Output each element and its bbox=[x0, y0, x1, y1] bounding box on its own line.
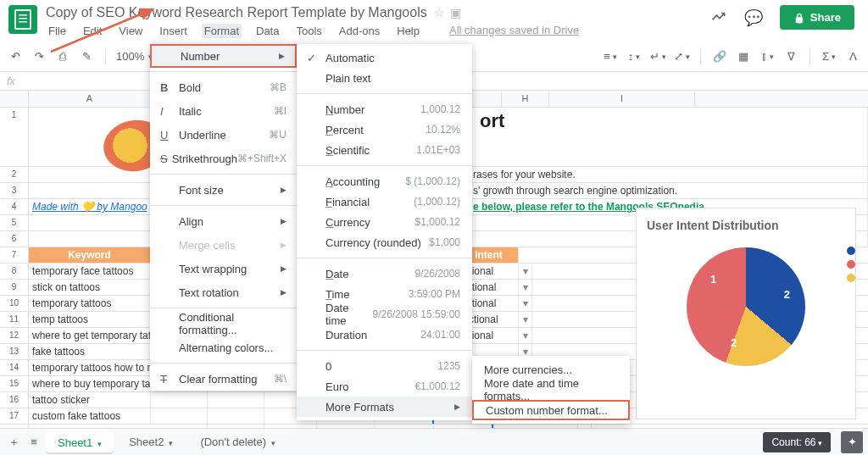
cell-keyword[interactable]: fake tattoos bbox=[29, 344, 151, 359]
nm-percent[interactable]: Percent10.12% bbox=[297, 119, 472, 140]
cell-keyword[interactable]: custom fake tattoos bbox=[29, 408, 151, 424]
nm-zero[interactable]: 01235 bbox=[297, 356, 472, 376]
menu-addons[interactable]: Add-ons bbox=[337, 24, 382, 38]
menu-format[interactable]: Format bbox=[202, 24, 242, 38]
more-formats-submenu: More currencies... More date and time fo… bbox=[472, 356, 630, 424]
comment-icon[interactable]: ▦ bbox=[735, 49, 752, 64]
menu-edit[interactable]: Edit bbox=[81, 24, 104, 38]
print-icon[interactable]: ⎙ bbox=[54, 49, 71, 64]
cell-keyword[interactable]: where to get temporary tatt bbox=[29, 328, 151, 343]
cell-keyword[interactable]: temporary face tattoos bbox=[29, 264, 151, 279]
format-align[interactable]: Align▶ bbox=[150, 209, 297, 233]
number-submenu: Automatic Plain text Number1,000.12 Perc… bbox=[297, 44, 472, 420]
nm-time[interactable]: Time3:59:00 PM bbox=[297, 284, 472, 304]
trend-icon[interactable] bbox=[710, 8, 727, 27]
functions-icon[interactable]: Σ bbox=[821, 49, 837, 64]
cell-keyword[interactable]: temp tattoos bbox=[29, 312, 151, 327]
format-underline[interactable]: UUnderline⌘U bbox=[150, 123, 297, 147]
nm-plaintext[interactable]: Plain text bbox=[297, 68, 472, 88]
comments-icon[interactable] bbox=[744, 8, 763, 27]
nm-date[interactable]: Date9/26/2008 bbox=[297, 264, 472, 284]
dropdown-arrow-icon[interactable]: ▾ bbox=[519, 280, 532, 295]
star-icon[interactable]: ☆ bbox=[434, 6, 445, 19]
document-title[interactable]: Copy of SEO Keyword Research Report Temp… bbox=[46, 5, 427, 20]
menu-file[interactable]: File bbox=[46, 24, 69, 38]
collapse-icon[interactable]: ᐱ bbox=[844, 49, 861, 64]
link-icon[interactable]: 🔗 bbox=[711, 49, 728, 64]
dropdown-arrow-icon[interactable]: ▾ bbox=[519, 296, 532, 311]
menu-tools[interactable]: Tools bbox=[293, 24, 324, 38]
nm-more-formats[interactable]: More Formats▶ bbox=[297, 397, 472, 417]
cell-keyword[interactable]: where to buy temporary tatt bbox=[29, 376, 151, 391]
tab-dont-delete[interactable]: (Don't delete) bbox=[188, 430, 287, 453]
col-I[interactable]: I bbox=[549, 91, 695, 107]
col-A[interactable]: A bbox=[29, 91, 151, 107]
align-h-icon[interactable]: ≡ bbox=[602, 49, 619, 64]
add-sheet-icon[interactable]: ＋ bbox=[5, 435, 22, 450]
format-clear[interactable]: T̶Clear formatting⌘\ bbox=[150, 367, 297, 391]
paint-format-icon[interactable]: ✎ bbox=[78, 49, 95, 64]
menu-help[interactable]: Help bbox=[394, 24, 422, 38]
format-italic[interactable]: IItalic⌘I bbox=[150, 99, 297, 123]
format-strikethrough[interactable]: SStrikethrough⌘+Shift+X bbox=[150, 147, 297, 170]
count-summary[interactable]: Count: 66 bbox=[763, 432, 831, 452]
cell-keyword[interactable]: stick on tattoos bbox=[29, 280, 151, 295]
filter-icon[interactable]: ∇ bbox=[782, 49, 799, 64]
zoom-dropdown[interactable]: 100% bbox=[116, 50, 153, 63]
mf-custom-number[interactable]: Custom number format... bbox=[472, 400, 630, 420]
save-status[interactable]: All changes saved in Drive bbox=[449, 24, 579, 38]
nm-automatic[interactable]: Automatic bbox=[297, 47, 472, 68]
header-keyword: Keyword bbox=[29, 247, 151, 263]
menu-insert[interactable]: Insert bbox=[157, 24, 190, 38]
nm-financial[interactable]: Financial(1,000.12) bbox=[297, 191, 472, 212]
col-H[interactable]: H bbox=[502, 91, 549, 107]
explore-icon[interactable]: ✦ bbox=[841, 431, 863, 453]
subtitle-line-1: rases for your website. bbox=[473, 169, 576, 180]
nm-number[interactable]: Number1,000.12 bbox=[297, 99, 472, 119]
nm-scientific[interactable]: Scientific1.01E+03 bbox=[297, 140, 472, 160]
dropdown-arrow-icon[interactable]: ▾ bbox=[519, 328, 532, 343]
nm-currency-rounded[interactable]: Currency (rounded)$1,000 bbox=[297, 232, 472, 252]
user-intent-chart[interactable]: User Intent Distribution 2 1 2 bbox=[636, 208, 856, 419]
format-merge: Merge cells▶ bbox=[150, 233, 297, 257]
align-v-icon[interactable]: ↕ bbox=[626, 49, 643, 64]
share-button[interactable]: Share bbox=[780, 5, 854, 30]
nm-euro[interactable]: Euro€1,000.12 bbox=[297, 376, 472, 397]
format-alternating[interactable]: Alternating colors... bbox=[150, 336, 297, 359]
format-menu: Number▶ BBold⌘B IItalic⌘I UUnderline⌘U S… bbox=[150, 44, 297, 391]
nm-datetime[interactable]: Date time9/26/2008 15:59:00 bbox=[297, 304, 472, 325]
sheets-logo-icon[interactable] bbox=[8, 5, 37, 34]
dropdown-arrow-icon[interactable]: ▾ bbox=[519, 312, 532, 327]
nm-currency[interactable]: Currency$1,000.12 bbox=[297, 212, 472, 232]
nm-duration[interactable]: Duration24:01:00 bbox=[297, 325, 472, 345]
format-wrap[interactable]: Text wrapping▶ bbox=[150, 257, 297, 280]
menu-data[interactable]: Data bbox=[253, 24, 281, 38]
share-label: Share bbox=[810, 11, 841, 24]
legend-dot-1 bbox=[847, 247, 855, 255]
menu-bar: File Edit View Insert Format Data Tools … bbox=[46, 24, 710, 38]
format-number[interactable]: Number▶ bbox=[150, 44, 297, 68]
dropdown-arrow-icon[interactable]: ▾ bbox=[519, 264, 532, 279]
made-with-link[interactable]: Made with 💛 by Mangoo bbox=[29, 199, 151, 214]
folder-icon[interactable]: ▣ bbox=[450, 6, 461, 19]
format-rotation[interactable]: Text rotation▶ bbox=[150, 280, 297, 304]
tab-sheet2[interactable]: Sheet2 bbox=[117, 430, 185, 453]
redo-icon[interactable]: ↷ bbox=[31, 49, 47, 64]
mf-more-datetime[interactable]: More date and time formats... bbox=[472, 380, 630, 400]
cell-keyword[interactable]: tattoo sticker bbox=[29, 392, 151, 408]
menu-view[interactable]: View bbox=[116, 24, 145, 38]
legend-dot-2 bbox=[847, 260, 855, 269]
all-sheets-icon[interactable]: ≡ bbox=[25, 435, 42, 450]
undo-icon[interactable]: ↶ bbox=[7, 49, 24, 64]
rotate-icon[interactable]: ⤢ bbox=[673, 49, 690, 64]
cell-keyword[interactable]: temporary tattoos how to re bbox=[29, 360, 151, 375]
sheet-tabs-bar: ＋ ≡ Sheet1 Sheet2 (Don't delete) Count: … bbox=[0, 428, 868, 455]
format-conditional[interactable]: Conditional formatting... bbox=[150, 312, 297, 336]
cell-keyword[interactable]: temporary tattoos bbox=[29, 296, 151, 311]
tab-sheet1[interactable]: Sheet1 bbox=[46, 430, 114, 454]
chart-icon[interactable]: ⫿ bbox=[759, 49, 776, 64]
format-font-size[interactable]: Font size▶ bbox=[150, 178, 297, 202]
wrap-icon[interactable]: ↵ bbox=[649, 49, 666, 64]
format-bold[interactable]: BBold⌘B bbox=[150, 75, 297, 99]
nm-accounting[interactable]: Accounting$ (1,000.12) bbox=[297, 171, 472, 191]
